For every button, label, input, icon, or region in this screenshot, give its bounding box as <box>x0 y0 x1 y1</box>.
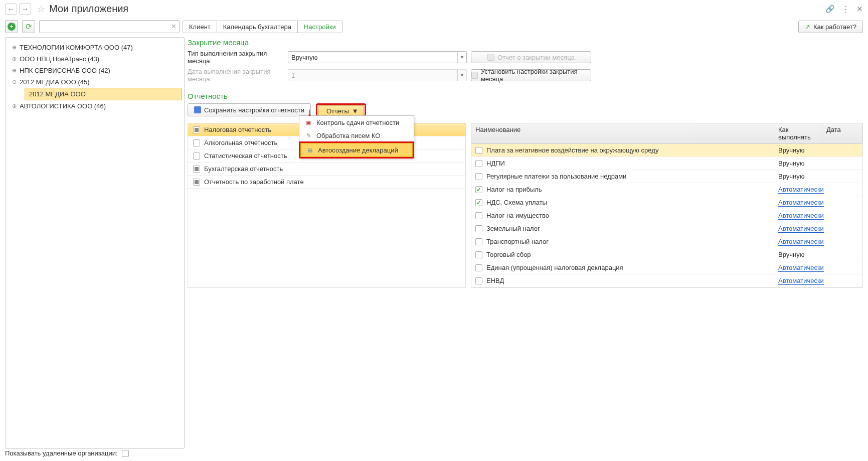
tree-item[interactable]: ⊕ООО НПЦ НовАТранс (43) <box>8 53 182 65</box>
tab-settings[interactable]: Настройки <box>298 21 342 33</box>
closing-type-select[interactable]: Вручную ▼ <box>288 51 467 63</box>
th-date[interactable]: Дата <box>822 123 862 143</box>
menu-item-autocreate[interactable]: ▤ Автосоздание деклараций <box>300 143 413 157</box>
close-window-icon[interactable]: ✕ <box>856 5 863 14</box>
table-row[interactable]: Земельный налогАвтоматически <box>471 222 862 235</box>
row-date <box>822 148 862 153</box>
refresh-button[interactable]: ⟳ <box>22 20 35 33</box>
how-it-works-label: Как работает? <box>813 23 856 31</box>
footer: Показывать удаленные организации: <box>5 449 129 457</box>
table-row[interactable]: Единая (упрощенная) налоговая декларация… <box>471 261 862 274</box>
more-menu-icon[interactable]: ⋮ <box>842 5 849 14</box>
report-icon <box>487 54 494 61</box>
row-checkbox[interactable] <box>475 173 482 180</box>
settings-panel: Закрытие месяца Тип выполнения закрытия … <box>188 37 863 449</box>
reporting-toolbar: Сохранить настройки отчетности Отчеты ▼ … <box>188 103 863 119</box>
row-name-label: Единая (упрощенная) налоговая декларация <box>486 264 623 271</box>
show-deleted-checkbox[interactable] <box>122 450 129 457</box>
mode-label: Вручную <box>778 251 804 258</box>
expand-icon[interactable]: ⊕ <box>11 56 18 62</box>
row-name-label: Транспортный налог <box>486 238 549 245</box>
nav-back-button[interactable]: ← <box>5 4 17 15</box>
mode-link[interactable]: Автоматически <box>778 186 824 194</box>
mode-link[interactable]: Автоматически <box>778 238 824 246</box>
row-checkbox[interactable] <box>475 186 482 193</box>
mode-link[interactable]: Автоматически <box>778 212 824 220</box>
reporting-section-title: Отчетность <box>188 92 863 100</box>
table-row[interactable]: Плата за негативное воздействие на окруж… <box>471 144 862 157</box>
dropdown-icon[interactable]: ▼ <box>457 52 466 63</box>
favorite-star-icon[interactable]: ☆ <box>36 4 46 14</box>
clear-search-icon[interactable]: ✕ <box>171 23 177 30</box>
table-row[interactable]: Налог на прибыльАвтоматически <box>471 183 862 196</box>
category-label: Налоговая отчетность <box>204 126 271 133</box>
row-date <box>822 161 862 166</box>
row-date <box>822 252 862 257</box>
tristate-checkbox[interactable] <box>193 179 200 186</box>
nav-forward-button[interactable]: → <box>19 4 31 15</box>
search-input[interactable] <box>39 20 180 33</box>
tristate-checkbox[interactable] <box>193 126 200 133</box>
dropdown-icon: ▼ <box>457 70 466 81</box>
control-icon: ▣ <box>304 118 312 126</box>
row-checkbox[interactable] <box>475 160 482 167</box>
expand-icon[interactable]: ⊕ <box>11 44 18 51</box>
table-row[interactable]: ЕНВДАвтоматически <box>471 274 862 287</box>
tristate-checkbox[interactable] <box>193 139 200 146</box>
row-name-label: Налог на прибыль <box>486 186 542 193</box>
tree-item[interactable]: ⊖2012 МЕДИА ООО (45) <box>8 76 182 88</box>
row-checkbox[interactable] <box>475 199 482 206</box>
row-checkbox[interactable] <box>475 147 482 154</box>
table-row[interactable]: НДС, Схема уплатыАвтоматически <box>471 196 862 209</box>
menu-item-letters[interactable]: ✎ Обработка писем КО <box>299 129 414 142</box>
th-mode[interactable]: Как выполнять <box>774 123 822 143</box>
menu-item-control[interactable]: ▣ Контроль сдачи отчетности <box>299 116 414 129</box>
refresh-icon: ⟳ <box>26 22 32 31</box>
row-checkbox[interactable] <box>475 238 482 245</box>
mode-link[interactable]: Автоматически <box>778 264 824 272</box>
table-row[interactable]: Торговый сборВручную <box>471 248 862 261</box>
collapse-icon[interactable]: ⊖ <box>11 79 18 85</box>
link-icon[interactable]: 🔗 <box>825 5 835 14</box>
row-checkbox[interactable] <box>475 225 482 232</box>
tree-item[interactable]: ⊕НПК СЕРВИССНАБ ООО (42) <box>8 65 182 76</box>
set-closing-settings-button[interactable]: Установить настройки закрытия месяца <box>471 69 591 81</box>
category-row[interactable]: Бухгалтерская отчетность <box>188 163 465 176</box>
mode-link[interactable]: Автоматически <box>778 277 824 285</box>
reports-label: Отчеты <box>326 107 349 115</box>
tab-calendar[interactable]: Календарь бухгалтера <box>217 21 298 33</box>
tree-item[interactable]: ⊕ТЕХНОЛОГИИ КОМФОРТА ООО (47) <box>8 42 182 53</box>
expand-icon[interactable]: ⊕ <box>11 67 18 74</box>
row-date <box>822 174 862 179</box>
category-label: Бухгалтерская отчетность <box>204 165 283 173</box>
add-button[interactable]: + <box>5 20 18 33</box>
tree-item-label: АВТОЛОГИСТИКА ООО (46) <box>20 102 106 110</box>
row-checkbox[interactable] <box>475 264 482 271</box>
closing-type-value: Вручную <box>288 54 320 61</box>
table-row[interactable]: Транспортный налогАвтоматически <box>471 235 862 248</box>
tree-item[interactable]: ⊕АВТОЛОГИСТИКА ООО (46) <box>8 100 182 112</box>
mode-link[interactable]: Автоматически <box>778 199 824 207</box>
table-row[interactable]: Налог на имуществоАвтоматически <box>471 209 862 222</box>
disk-icon <box>194 106 201 113</box>
save-reporting-settings-button[interactable]: Сохранить настройки отчетности <box>188 103 311 116</box>
expand-icon[interactable]: ⊕ <box>11 103 18 109</box>
table-row[interactable]: НДПИВручную <box>471 157 862 170</box>
tristate-checkbox[interactable] <box>193 166 200 173</box>
titlebar: ← → ☆ Мои приложения 🔗 ⋮ ✕ <box>0 0 868 18</box>
row-date <box>822 265 862 270</box>
tree-child-selected[interactable]: 2012 МЕДИА ООО <box>25 88 182 100</box>
tristate-checkbox[interactable] <box>193 152 200 160</box>
mode-link[interactable]: Автоматически <box>778 225 824 233</box>
tab-client[interactable]: Клиент <box>183 21 217 33</box>
table-row[interactable]: Регулярные платежи за пользование недрам… <box>471 170 862 183</box>
row-name-label: Плата за негативное воздействие на окруж… <box>486 146 658 154</box>
row-checkbox[interactable] <box>475 212 482 219</box>
row-checkbox[interactable] <box>475 277 482 284</box>
row-checkbox[interactable] <box>475 251 482 258</box>
category-label: Статистическая отчетность <box>204 152 287 160</box>
how-it-works-button[interactable]: ↗ Как работает? <box>798 21 863 33</box>
th-name[interactable]: Наименование <box>471 123 774 143</box>
save-icon <box>471 72 478 79</box>
category-row[interactable]: Отчетность по заработной плате <box>188 176 465 189</box>
